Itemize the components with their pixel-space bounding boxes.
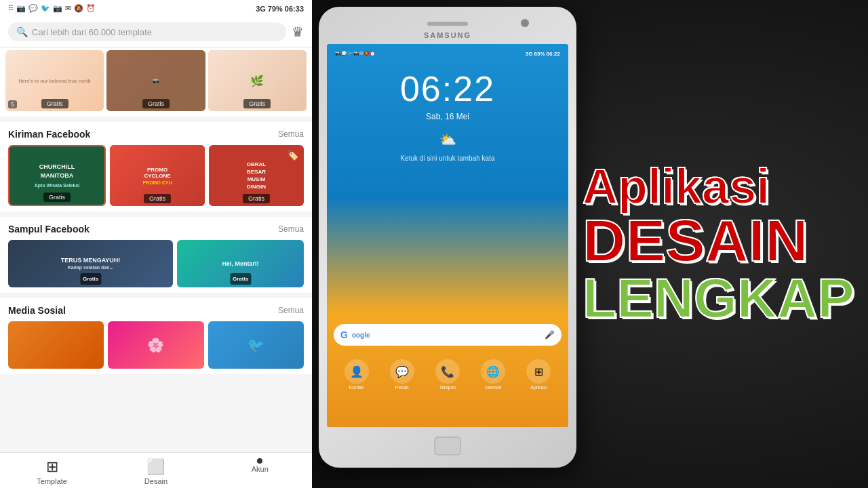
search-icon: 🔍 [16, 26, 28, 37]
app-icon-internet[interactable]: 🌐 Internet [481, 359, 505, 390]
left-phone-panel: ⠿ 📷 💬 🐦 📷 ✉ 🔕 ⏰ 3G 79% 06:33 🔍 Cari lebi… [0, 0, 312, 488]
top-preview-row: Here's to our beloved true north 5 Grati… [0, 47, 312, 117]
status-icon-mute: 🔕 [74, 4, 83, 13]
card-icon-obral: 🏷️ [287, 149, 298, 163]
icon-pesan-circle: 💬 [390, 359, 414, 384]
card-obral[interactable]: OBRALBESARMUSIMDINGIN 🏷️ Gratis [209, 145, 304, 206]
media-card-2[interactable]: 🌸 [108, 321, 203, 369]
signal-text: 3G [256, 5, 266, 13]
gratis-badge-1: Gratis [41, 99, 68, 108]
phone-status-left: 📷💬🐦📷✉🔕⏰ [335, 51, 376, 57]
cover-card-1[interactable]: TERUS MENGAYUH!Kadap selatan dan... Grat… [8, 240, 173, 287]
app-icon-kontak[interactable]: 👤 Kontak [344, 359, 369, 390]
cover-label-1: TERUS MENGAYUH!Kadap selatan dan... [58, 254, 123, 273]
nav-item-template[interactable]: ⊞ Template [0, 458, 104, 485]
icon-pesan: 💬 [395, 365, 409, 378]
status-icon-video: 📷 [16, 4, 26, 13]
status-icon-twitter: 🐦 [41, 4, 50, 13]
samsung-camera [521, 19, 529, 27]
cover-label-2: Hei, Mentari! [220, 258, 262, 270]
google-text: oogle [352, 331, 370, 339]
scroll-content: Here's to our beloved true north 5 Grati… [0, 47, 312, 452]
overlay-text: Aplikasi DESAIN LENGKAP [583, 162, 854, 326]
icon-internet: 🌐 [486, 365, 500, 378]
phone-time-display: 06:22 [400, 68, 495, 109]
card-label-obral: OBRALBESARMUSIMDINGIN [247, 161, 266, 191]
battery-text: 79% [268, 5, 283, 13]
icon-kontak: 👤 [350, 365, 363, 378]
section-title-sampul: Sampul Facebook [8, 224, 90, 235]
search-placeholder-text: Cari lebih dari 60.000 template [32, 27, 152, 37]
app-icon-pesan[interactable]: 💬 Pesan [390, 359, 414, 390]
app-label-pesan: Pesan [395, 385, 409, 390]
card-promo[interactable]: PROMOCYCLONE PROMO CYU Gratis [110, 145, 205, 206]
icon-kontak-circle: 👤 [344, 359, 369, 384]
nav-dot-akun [257, 458, 262, 464]
card-sublabel-promo: PROMO CYU [142, 180, 172, 185]
app-icon-telepon[interactable]: 📞 Telepon [435, 359, 460, 390]
overlay-text-line3: LENGKAP [583, 270, 854, 326]
time-text: 06:33 [285, 5, 304, 13]
bottom-spacer [0, 374, 312, 388]
status-icon-gmail: ✉ [65, 4, 71, 13]
phone-date-display: Sab, 16 Mei [426, 112, 469, 121]
app-label-telepon: Telepon [439, 385, 456, 390]
phone-signal: 3G [526, 51, 533, 57]
lock-text: Ketuk di sini untuk tambah kata [401, 155, 495, 162]
app-icon-aplikasi[interactable]: ⊞ Aplikasi [526, 359, 551, 390]
section-all-sampul[interactable]: Semua [278, 224, 304, 234]
gratis-badge-3: Gratis [243, 99, 271, 108]
preview-thumb-1[interactable]: Here's to our beloved true north 5 Grati… [5, 50, 104, 111]
card-churchill[interactable]: CHURCHILLMANITOBA Apto Wisata Seleksi Gr… [8, 145, 106, 206]
icon-aplikasi-circle: ⊞ [526, 359, 551, 384]
card-sublabel-churchill: Apto Wisata Seleksi [35, 182, 79, 188]
media-card-1[interactable] [8, 321, 104, 369]
section-all-kiriman[interactable]: Semua [278, 129, 304, 139]
card-badge-churchill: Gratis [43, 192, 71, 202]
icon-aplikasi: ⊞ [534, 365, 543, 378]
section-header-sampul: Sampul Facebook Semua [8, 224, 304, 235]
phone-status-time: 06:22 [547, 51, 560, 57]
media-card-3[interactable]: 🐦 [208, 321, 304, 369]
section-all-media[interactable]: Semua [278, 306, 304, 315]
google-g-icon: G [340, 329, 348, 340]
section-header-media: Media Sosial Semua [8, 305, 304, 316]
nav-item-akun[interactable]: Akun [208, 458, 312, 485]
card-label-churchill: CHURCHILLMANITOBA [39, 163, 75, 180]
section-title-kiriman: Kiriman Facebook [8, 129, 90, 140]
crown-icon[interactable]: ♛ [292, 24, 304, 40]
icon-telepon: 📞 [441, 365, 454, 378]
weather-widget: ⛅ [439, 131, 456, 148]
overlay-text-line2: DESAIN [583, 211, 854, 270]
nav-icon-desain: ⬜ [146, 458, 165, 476]
cover-card-2[interactable]: Hei, Mentari! Gratis [177, 240, 304, 287]
samsung-home-button[interactable] [434, 436, 461, 455]
phone-google-bar[interactable]: G oogle 🎤 [334, 324, 561, 346]
section-title-media: Media Sosial [8, 305, 66, 316]
search-input-container[interactable]: 🔍 Cari lebih dari 60.000 template [8, 22, 286, 41]
card-label-promo: PROMOCYCLONE [144, 167, 170, 179]
weather-icon: ⛅ [439, 131, 456, 148]
app-label-internet: Internet [485, 385, 501, 390]
nav-label-template: Template [37, 477, 67, 485]
app-label-kontak: Kontak [349, 385, 364, 390]
preview-thumb-2[interactable]: 📸 Gratis [106, 50, 205, 111]
status-bar: ⠿ 📷 💬 🐦 📷 ✉ 🔕 ⏰ 3G 79% 06:33 [0, 0, 312, 17]
section-kiriman-facebook: Kiriman Facebook Semua CHURCHILLMANITOBA… [0, 122, 312, 211]
preview-thumb-3[interactable]: 🌿 Gratis [208, 50, 307, 111]
phone-status-icons: 📷💬🐦📷✉🔕⏰ [335, 51, 376, 57]
bottom-nav: ⊞ Template ⬜ Desain Akun [0, 452, 312, 488]
nav-item-desain[interactable]: ⬜ Desain [104, 458, 208, 485]
card-badge-obral: Gratis [243, 194, 270, 203]
card-badge-promo: Gratis [144, 194, 171, 203]
nav-icon-template: ⊞ [46, 458, 58, 476]
search-bar[interactable]: 🔍 Cari lebih dari 60.000 template ♛ [0, 17, 312, 47]
phone-status-right: 3G 83% 06:22 [526, 51, 560, 57]
status-icon-whatsapp: 💬 [28, 4, 38, 13]
status-icon-instagram: 📷 [53, 4, 62, 13]
phone-status-bar: 📷💬🐦📷✉🔕⏰ 3G 83% 06:22 [332, 49, 563, 58]
status-icon-alarm: ⏰ [86, 4, 96, 13]
samsung-screen: 📷💬🐦📷✉🔕⏰ 3G 83% 06:22 06:22 Sab, 16 Mei [327, 44, 568, 427]
section-sampul-facebook: Sampul Facebook Semua TERUS MENGAYUH!Kad… [0, 217, 312, 293]
google-mic-icon: 🎤 [545, 330, 555, 340]
